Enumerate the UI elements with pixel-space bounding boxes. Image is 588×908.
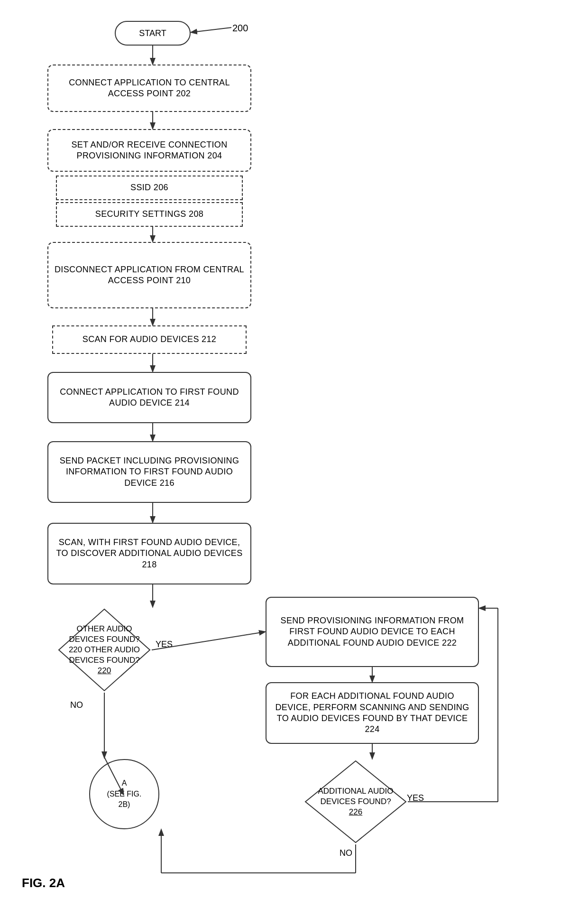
start-oval: START	[115, 21, 191, 46]
box-212: SCAN FOR AUDIO DEVICES 212	[52, 325, 247, 354]
diamond-220: OTHER AUDIO DEVICES FOUND? 220 OTHER AUD…	[57, 607, 152, 693]
diagram-label: 200	[232, 23, 248, 34]
box-208: SECURITY SETTINGS 208	[56, 202, 243, 227]
box-218: SCAN, WITH FIRST FOUND AUDIO DEVICE, TO …	[47, 523, 251, 584]
no-label-220: NO	[70, 700, 83, 710]
circle-a: A(SEE FIG.2B)	[89, 759, 159, 829]
figure-label: FIG. 2A	[22, 876, 65, 890]
box-224: FOR EACH ADDITIONAL FOUND AUDIO DEVICE, …	[266, 682, 479, 744]
box-210: DISCONNECT APPLICATION FROM CENTRAL ACCE…	[47, 242, 251, 308]
box-206: SSID 206	[56, 176, 243, 200]
box-204: SET AND/OR RECEIVE CONNECTION PROVISIONI…	[47, 129, 251, 172]
diagram-container: 200 START CONNECT APPLICATION TO CENTRAL…	[0, 0, 588, 908]
box-214: CONNECT APPLICATION TO FIRST FOUND AUDIO…	[47, 372, 251, 423]
box-222: SEND PROVISIONING INFORMATION FROM FIRST…	[266, 597, 479, 667]
no-label-226: NO	[340, 848, 352, 858]
yes-label-226: YES	[407, 793, 424, 803]
diamond-226: ADDITIONAL AUDIO DEVICES FOUND? 226	[303, 759, 408, 844]
box-216: SEND PACKET INCLUDING PROVISIONING INFOR…	[47, 441, 251, 503]
box-202: CONNECT APPLICATION TO CENTRAL ACCESS PO…	[47, 65, 251, 112]
yes-label-220: YES	[156, 639, 173, 649]
svg-line-2	[192, 28, 231, 32]
